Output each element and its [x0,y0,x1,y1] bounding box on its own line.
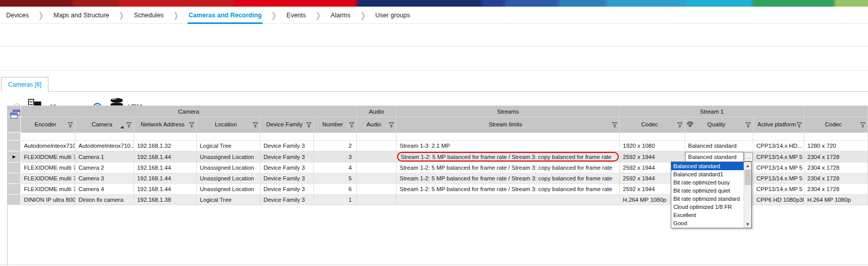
filter-icon[interactable] [612,122,618,129]
tab-cameras[interactable]: Cameras [6] [1,77,48,92]
col-header-codec-stream2[interactable]: Codec [804,117,868,132]
cell-active-platform[interactable]: CPP13/14.x MP 5 [753,163,804,173]
filter-icon[interactable] [252,122,258,129]
cell-audio[interactable] [357,141,397,151]
scroll-up-icon[interactable] [744,162,751,169]
cell-network-address[interactable]: 192.168.1.44 [134,163,197,173]
scroll-down-icon[interactable] [744,221,751,228]
cell-audio[interactable] [357,195,397,205]
col-header-device-family[interactable]: Device Family [260,117,314,132]
cell-codec2[interactable]: 2304 x 1728 [804,173,868,184]
cell-number[interactable]: 2 [314,141,357,151]
dropdown-item[interactable]: Cloud optimized 1/8 FR [671,203,744,211]
cell-codec1[interactable]: 1920 x 1080 [620,141,685,151]
cell-stream-limits[interactable] [397,195,620,205]
cell-codec2[interactable]: 2304 x 1728 [804,163,868,173]
cell-network-address[interactable]: 192.168.1.32 [134,141,197,151]
filter-icon[interactable] [860,122,866,129]
row-selector[interactable] [8,195,21,205]
cell-camera[interactable]: Camera 1 [75,151,134,163]
cell-device-family[interactable]: Device Family 3 [260,173,314,184]
filter-icon[interactable] [745,122,751,129]
cell-active-platform[interactable]: CPP13/14.x MP 5 [753,151,804,163]
cell-active-platform[interactable]: CPP13/14.x MP 5 [753,184,804,195]
cell-location[interactable]: Unassigned Location [197,151,260,163]
dropdown-item[interactable]: Excellent [671,211,744,219]
cell-codec2[interactable]: H.264 MP 1080p [804,195,868,205]
cell-encoder[interactable]: DINION IP ultra 800... [21,195,75,205]
cell-quality[interactable]: Balanced standard [685,141,753,151]
row-selector[interactable] [8,163,21,173]
col-header-network-address[interactable]: Network Address [134,117,197,132]
cell-device-family[interactable]: Device Family 3 [260,163,314,173]
row-selector[interactable] [8,141,21,151]
cell-encoder[interactable]: FLEXIDOME multi 70... [21,184,75,195]
cell-codec1[interactable]: 2592 x 1944 [620,151,685,163]
filter-icon[interactable] [388,122,394,129]
dropdown-item-selected[interactable]: Balanced standard [671,162,744,170]
nav-item-events[interactable]: Events [286,7,306,24]
row-selector[interactable]: ▶ [8,151,21,163]
cell-location[interactable]: Logical Tree [197,141,260,151]
row-selector[interactable] [8,184,21,195]
cell-codec2[interactable]: 2304 x 1728 [804,151,868,163]
dropdown-item[interactable]: Good [671,219,744,227]
nav-item-maps-and-structure[interactable]: Maps and Structure [54,7,109,24]
cell-camera[interactable]: Camera 2 [75,163,134,173]
cell-device-family[interactable]: Device Family 3 [260,151,314,163]
cell-camera[interactable]: AutodomeInteox710... [75,141,134,151]
cell-number[interactable]: 5 [314,173,357,184]
cell-camera[interactable]: Camera 4 [75,184,134,195]
col-header-quality[interactable]: Quality [685,117,753,132]
cell-number[interactable]: 1 [314,195,357,205]
cell-stream-limits[interactable]: Stream 1-2: 5 MP balanced for frame rate… [397,184,620,195]
col-header-encoder[interactable]: Encoder [21,117,75,132]
filter-icon[interactable] [189,122,195,129]
cell-encoder[interactable]: FLEXIDOME multi 70... [21,151,75,163]
cell-device-family[interactable]: Device Family 3 [260,141,314,151]
filter-icon[interactable] [306,122,312,129]
row-selector[interactable] [8,173,21,184]
cell-stream-limits[interactable]: Stream 1-2: 5 MP balanced for frame rate… [397,173,620,184]
filter-icon[interactable] [796,122,802,129]
cell-active-platform[interactable]: CPP13/14.x HD... [753,141,804,151]
scroll-thumb[interactable] [745,170,751,185]
cell-location[interactable]: Logical Tree [197,195,260,205]
cell-quality[interactable]: Balanced standard... [685,151,753,163]
nav-item-cameras-and-recording[interactable]: Cameras and Recording [189,7,262,24]
cell-codec2[interactable]: 1280 x 720 [804,141,868,151]
cell-device-family[interactable]: Device Family 3 [260,195,314,205]
cell-stream-limits[interactable]: Stream 1-2: 5 MP balanced for frame rate… [397,163,620,173]
col-header-location[interactable]: Location [197,117,260,132]
col-header-stream-limits[interactable]: Stream limits [397,117,620,132]
dropdown-scrollbar[interactable] [744,162,751,228]
cell-stream-limits[interactable]: Stream 1-3: 2.1 MP [397,141,620,151]
cell-encoder[interactable]: AutodomeInteox710... [21,141,75,151]
cell-number[interactable]: 4 [314,163,357,173]
cell-network-address[interactable]: 192.168.1.44 [134,184,197,195]
dropdown-item[interactable]: Bit rate optimized busy [671,178,744,187]
cell-number[interactable]: 6 [314,184,357,195]
nav-item-alarms[interactable]: Alarms [331,7,351,24]
cell-network-address[interactable]: 192.168.1.44 [134,173,197,184]
cell-device-family[interactable]: Device Family 3 [260,184,314,195]
cell-location[interactable]: Unassigned Location [197,163,260,173]
filter-icon[interactable] [126,122,132,129]
col-header-number[interactable]: Number [314,117,357,132]
col-header-active-platform[interactable]: Active platform [753,117,804,132]
cell-audio[interactable] [357,173,397,184]
dropdown-item[interactable]: Bit rate optimized standard [671,195,744,203]
cell-encoder[interactable]: FLEXIDOME multi 70... [21,163,75,173]
cell-stream-limits[interactable]: Stream 1-2: 5 MP balanced for frame rate… [397,151,620,163]
more-options-button[interactable]: ... [744,152,753,162]
cell-number[interactable]: 3 [314,151,357,163]
nav-item-schedules[interactable]: Schedules [134,7,164,24]
cell-camera[interactable]: Camera 3 [75,173,134,184]
cell-codec2[interactable]: 2304 x 1728 [804,184,868,195]
grid-options-icon[interactable] [9,109,21,123]
cell-location[interactable]: Unassigned Location [197,184,260,195]
dropdown-item[interactable]: Bit rate optimized quiet [671,187,744,195]
cell-audio[interactable] [357,163,397,173]
cell-network-address[interactable]: 192.168.1.38 [134,195,197,205]
filter-icon[interactable] [677,122,683,129]
